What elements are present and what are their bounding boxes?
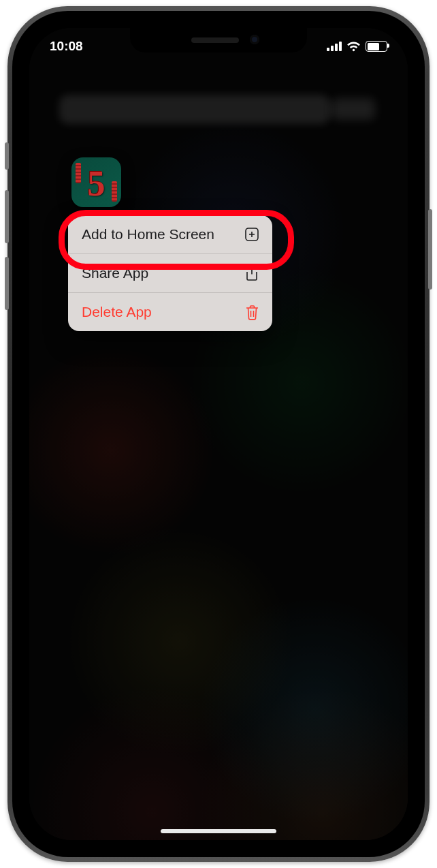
status-bar: 10:08	[29, 36, 408, 57]
wifi-icon	[346, 42, 361, 52]
cancel-button-blurred	[331, 98, 375, 120]
status-time: 10:08	[50, 39, 83, 54]
volume-up-btn	[5, 190, 9, 243]
menu-item-label: Share App	[82, 265, 148, 281]
menu-item-add-to-home[interactable]: Add to Home Screen	[68, 215, 272, 253]
home-indicator[interactable]	[161, 829, 276, 833]
trash-icon	[244, 304, 260, 320]
app-icon-glyph: 5	[88, 166, 106, 202]
share-icon	[244, 265, 260, 281]
context-menu: Add to Home Screen Share App	[68, 215, 272, 331]
app-icon[interactable]: 5	[71, 157, 121, 207]
power-button	[428, 209, 432, 290]
dim-overlay	[29, 28, 408, 840]
phone-bezel: 10:08	[12, 11, 425, 857]
menu-item-delete-app[interactable]: Delete App	[68, 292, 272, 331]
battery-icon	[366, 41, 387, 52]
menu-item-label: Delete App	[82, 304, 152, 320]
app-icon-decoration	[76, 163, 81, 183]
mute-switch	[5, 142, 9, 170]
search-field-blurred	[59, 95, 330, 124]
status-right	[327, 41, 387, 52]
app-icon-decoration	[112, 181, 117, 202]
volume-down-btn	[5, 257, 9, 310]
phone-frame: 10:08	[7, 6, 430, 862]
menu-item-share-app[interactable]: Share App	[68, 253, 272, 292]
plus-square-icon	[244, 226, 260, 243]
screen: 10:08	[29, 28, 408, 840]
menu-item-label: Add to Home Screen	[82, 226, 214, 243]
cellular-icon	[327, 42, 342, 51]
